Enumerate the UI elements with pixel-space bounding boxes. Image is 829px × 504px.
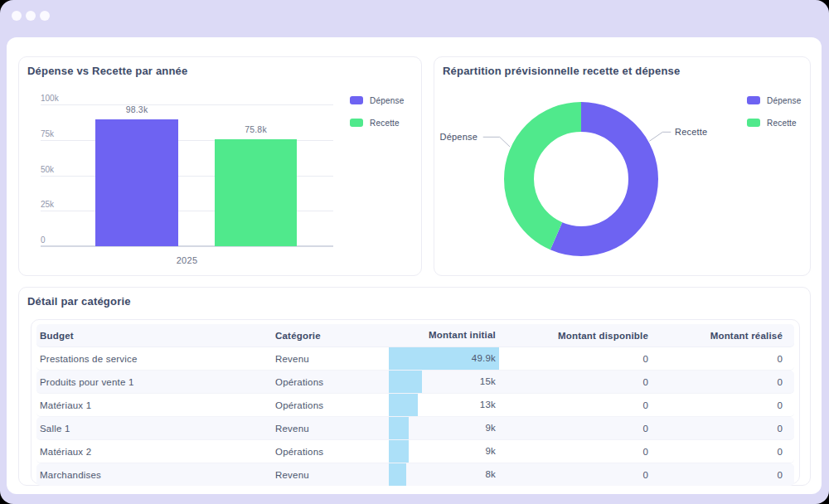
y-tick-100k: 100k — [41, 94, 59, 103]
cell-categorie: Opérations — [274, 377, 389, 387]
cell-budget: Produits pour vente 1 — [36, 377, 274, 387]
main-window: Dépense vs Recette par année 100k 75k 50… — [7, 37, 822, 494]
window-dot-icon[interactable] — [12, 11, 22, 21]
montant-initial-value: 9k — [485, 446, 496, 456]
table-row: MarchandisesRevenu8k00 — [36, 463, 794, 486]
header-categorie[interactable]: Catégorie — [274, 331, 389, 341]
bar-value-label-recette: 75.8k — [245, 124, 267, 134]
cell-montant-disponible: 0 — [499, 424, 656, 434]
y-tick-25k: 25k — [41, 200, 54, 209]
montant-initial-value: 9k — [485, 423, 496, 433]
cell-budget: Prestations de service — [36, 354, 274, 364]
cell-montant-realise: 0 — [656, 400, 793, 410]
montant-initial-databar — [389, 440, 409, 463]
cell-budget: Matériaux 1 — [36, 400, 274, 410]
montant-initial-databar — [389, 394, 418, 416]
cell-budget: Matériaux 2 — [36, 447, 274, 457]
montant-initial-databar — [389, 463, 406, 486]
cell-montant-disponible: 0 — [499, 470, 656, 480]
cell-montant-realise: 0 — [656, 377, 793, 387]
cell-montant-initial: 15k — [389, 371, 499, 393]
window-dot-icon[interactable] — [40, 11, 50, 21]
cell-montant-initial: 9k — [389, 417, 499, 439]
cell-montant-realise: 0 — [656, 470, 793, 480]
montant-initial-databar — [389, 371, 422, 393]
category-detail-card: Détail par catégorie Budget Catégorie Mo… — [18, 287, 811, 486]
table-body: Prestations de serviceRevenu49.9k00Produ… — [36, 347, 794, 486]
cell-montant-initial: 13k — [389, 394, 499, 416]
cell-montant-disponible: 0 — [499, 377, 656, 387]
table-row: Salle 1Revenu9k00 — [36, 417, 794, 440]
cell-categorie: Revenu — [274, 424, 389, 434]
cell-categorie: Opérations — [274, 447, 389, 457]
category-table: Budget Catégorie Montant initial Montant… — [31, 319, 800, 484]
montant-initial-databar — [389, 417, 409, 439]
legend-item-recette[interactable]: Recette — [350, 116, 400, 129]
legend-label-recette: Recette — [767, 119, 797, 128]
legend-item-depense[interactable]: Dépense — [747, 94, 801, 107]
donut-callout-left: Dépense — [434, 132, 478, 142]
donut-callout-right: Recette — [675, 127, 707, 137]
table-row: Matériaux 2Opérations9k00 — [36, 440, 794, 463]
header-montant-disponible[interactable]: Montant disponible — [499, 331, 656, 341]
montant-initial-value: 49.9k — [472, 353, 496, 363]
donut-chart-title: Répartition prévisionnelle recette et dé… — [443, 65, 680, 77]
bar-depense[interactable] — [95, 119, 178, 246]
cell-montant-realise: 0 — [656, 447, 793, 457]
legend-label-depense: Dépense — [370, 96, 404, 105]
donut-chart-card: Répartition prévisionnelle recette et dé… — [434, 56, 811, 276]
cell-categorie: Opérations — [274, 400, 389, 410]
window-dot-icon[interactable] — [26, 11, 36, 21]
cell-categorie: Revenu — [274, 470, 389, 480]
montant-initial-value: 8k — [485, 469, 496, 479]
cell-montant-realise: 0 — [656, 354, 793, 364]
app-frame: Dépense vs Recette par année 100k 75k 50… — [0, 0, 829, 504]
y-tick-75k: 75k — [41, 129, 54, 138]
cell-montant-disponible: 0 — [499, 447, 656, 457]
bar-value-label-depense: 98.3k — [126, 104, 148, 114]
bar-chart-plot: 100k 75k 50k 25k 0 98.3k 75.8k 2025 — [41, 104, 333, 246]
legend-label-depense: Dépense — [767, 96, 801, 105]
cell-budget: Marchandises — [36, 470, 274, 480]
cell-montant-disponible: 0 — [499, 354, 656, 364]
x-axis-label-2025: 2025 — [41, 255, 333, 265]
montant-initial-value: 13k — [480, 400, 496, 410]
bar-chart-card: Dépense vs Recette par année 100k 75k 50… — [18, 56, 422, 276]
table-row: Prestations de serviceRevenu49.9k00 — [36, 347, 794, 371]
bar-recette[interactable] — [215, 139, 297, 246]
legend-swatch-depense — [747, 96, 760, 104]
cell-montant-initial: 49.9k — [389, 347, 499, 370]
legend-swatch-depense — [350, 96, 363, 104]
cell-montant-disponible: 0 — [499, 400, 656, 410]
bar-chart-title: Dépense vs Recette par année — [27, 65, 187, 77]
cell-montant-initial: 9k — [389, 440, 499, 463]
header-budget[interactable]: Budget — [36, 331, 274, 341]
header-montant-realise[interactable]: Montant réalisé — [656, 331, 793, 341]
donut-chart[interactable] — [504, 102, 658, 256]
cell-montant-initial: 8k — [389, 463, 499, 486]
y-tick-0: 0 — [41, 235, 46, 245]
table-header-row: Budget Catégorie Montant initial Montant… — [36, 324, 794, 347]
header-montant-initial[interactable]: Montant initial — [389, 324, 499, 346]
montant-initial-value: 15k — [480, 376, 496, 386]
table-card-title: Détail par catégorie — [27, 295, 131, 308]
legend-item-recette[interactable]: Recette — [747, 116, 797, 129]
table-row: Matériaux 1Opérations13k00 — [36, 394, 794, 417]
legend-label-recette: Recette — [370, 119, 400, 128]
cell-montant-realise: 0 — [656, 424, 793, 434]
cell-categorie: Revenu — [274, 354, 389, 364]
table-row: Produits pour vente 1Opérations15k00 — [36, 371, 794, 394]
legend-swatch-recette — [747, 119, 760, 127]
legend-swatch-recette — [350, 119, 363, 127]
legend-item-depense[interactable]: Dépense — [350, 94, 404, 107]
cell-budget: Salle 1 — [36, 424, 274, 434]
y-tick-50k: 50k — [41, 165, 54, 174]
